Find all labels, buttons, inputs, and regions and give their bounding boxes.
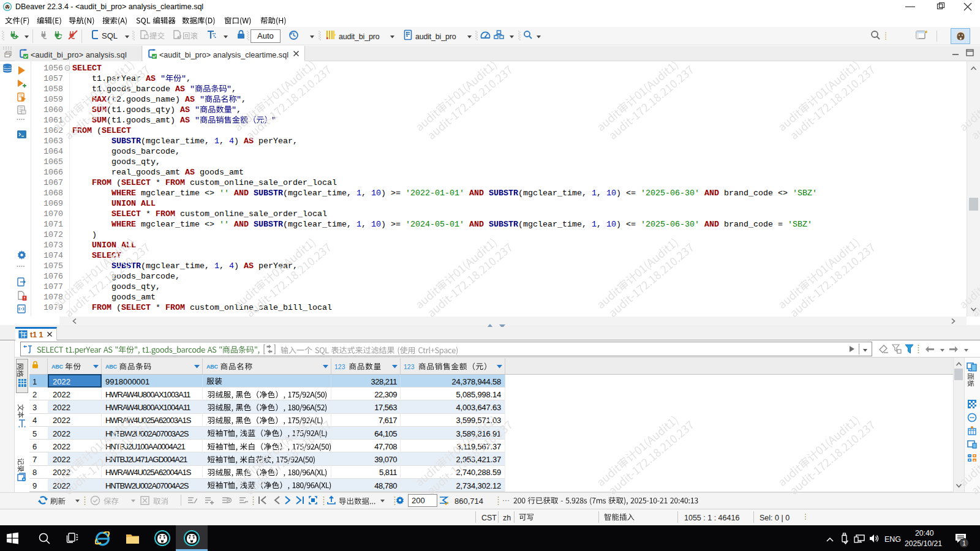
- svg-text:1: 1: [962, 540, 966, 547]
